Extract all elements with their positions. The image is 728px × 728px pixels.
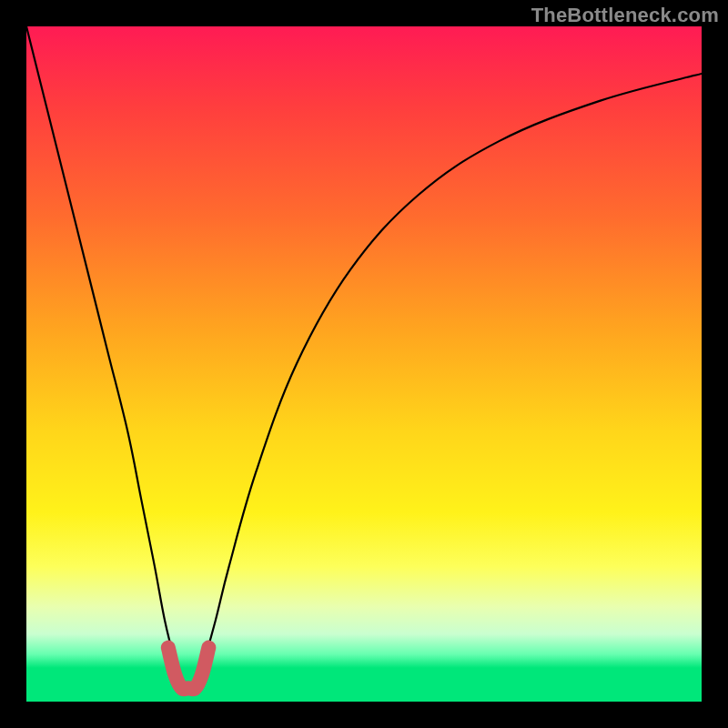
bottleneck-curve (26, 26, 702, 688)
bottleneck-marker (168, 648, 209, 690)
watermark-text: TheBottleneck.com (531, 4, 719, 27)
bottleneck-chart (26, 26, 702, 702)
